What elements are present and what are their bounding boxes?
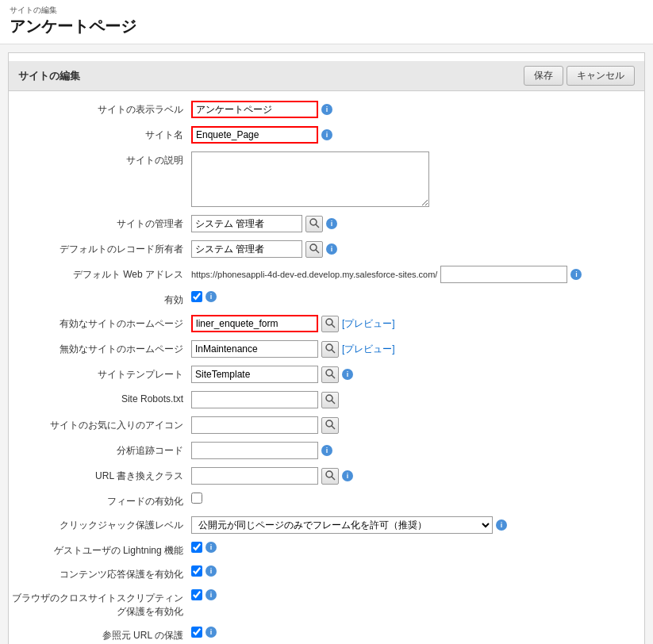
clickjack-select[interactable]: 公開元が同じページのみでフレーム化を許可（推奨） フレーム化を許可しない すべて… bbox=[191, 516, 493, 534]
svg-line-11 bbox=[332, 401, 335, 404]
description-row: サイトの説明 bbox=[9, 150, 644, 209]
display-label-value: i bbox=[191, 101, 644, 118]
breadcrumb: サイトの編集 bbox=[10, 5, 643, 16]
admin-label: サイトの管理者 bbox=[9, 215, 191, 231]
active-homepage-input[interactable] bbox=[191, 315, 318, 332]
url-rewriter-value: i bbox=[191, 467, 644, 485]
web-address-row: デフォルト Web アドレス https://phonesappli-4d-de… bbox=[9, 264, 644, 285]
site-name-info-icon[interactable]: i bbox=[321, 129, 332, 140]
save-button[interactable]: 保存 bbox=[524, 66, 563, 86]
favicon-input[interactable] bbox=[191, 416, 318, 434]
active-homepage-lookup-icon[interactable] bbox=[321, 316, 339, 332]
url-rewriter-lookup-icon[interactable] bbox=[321, 468, 339, 485]
robots-lookup-icon[interactable] bbox=[321, 392, 339, 408]
enabled-value: i bbox=[191, 291, 644, 302]
cancel-button[interactable]: キャンセル bbox=[567, 66, 635, 86]
active-homepage-preview-link[interactable]: [プレビュー] bbox=[342, 317, 395, 331]
analytics-input[interactable] bbox=[191, 442, 318, 459]
inactive-homepage-lookup-icon[interactable] bbox=[321, 341, 339, 358]
page-header: サイトの編集 アンケートページ bbox=[0, 0, 653, 44]
guest-lightning-checkbox[interactable] bbox=[191, 542, 202, 553]
feed-checkbox[interactable] bbox=[191, 493, 202, 504]
guest-lightning-label: ゲストユーザの Lightning 機能 bbox=[9, 542, 191, 558]
section-title: サイトの編集 bbox=[18, 69, 80, 83]
main-content: サイトの編集 保存 キャンセル サイトの表示ラベル i サイト名 i サイトの説… bbox=[8, 52, 645, 644]
xss-protection-value: i bbox=[191, 589, 644, 600]
site-template-lookup-icon[interactable] bbox=[321, 366, 339, 383]
clickjack-info-icon[interactable]: i bbox=[496, 519, 507, 531]
svg-line-9 bbox=[332, 375, 335, 378]
site-template-info-icon[interactable]: i bbox=[342, 369, 353, 380]
svg-line-13 bbox=[332, 426, 335, 429]
favicon-label: サイトのお気に入りのアイコン bbox=[9, 416, 191, 432]
xss-protection-info-icon[interactable]: i bbox=[206, 589, 217, 600]
admin-input[interactable] bbox=[191, 215, 302, 232]
enabled-info-icon[interactable]: i bbox=[206, 291, 217, 302]
header-buttons: 保存 キャンセル bbox=[524, 66, 635, 86]
form-body: サイトの表示ラベル i サイト名 i サイトの説明 サイトの管理者 bbox=[9, 91, 644, 644]
xss-protection-row: ブラウザのクロスサイトスクリプティング保護を有効化 i bbox=[9, 588, 644, 620]
web-address-input[interactable] bbox=[440, 266, 567, 283]
guest-lightning-value: i bbox=[191, 542, 644, 553]
content-response-value: i bbox=[191, 565, 644, 577]
record-owner-info-icon[interactable]: i bbox=[326, 243, 337, 255]
inactive-homepage-input[interactable] bbox=[191, 340, 318, 358]
content-response-info-icon[interactable]: i bbox=[206, 565, 217, 577]
feed-value bbox=[191, 493, 644, 504]
active-homepage-row: 有効なサイトのホームページ [プレビュー] bbox=[9, 313, 644, 334]
guest-lightning-info-icon[interactable]: i bbox=[206, 542, 217, 553]
content-response-label: コンテンツ応答保護を有効化 bbox=[9, 565, 191, 581]
record-owner-row: デフォルトのレコード所有者 i bbox=[9, 239, 644, 259]
referrer-value: i bbox=[191, 627, 644, 638]
description-value bbox=[191, 151, 644, 207]
web-address-info-icon[interactable]: i bbox=[570, 269, 582, 280]
robots-label: Site Robots.txt bbox=[9, 391, 191, 404]
inactive-homepage-value: [プレビュー] bbox=[191, 340, 644, 358]
web-address-label: デフォルト Web アドレス bbox=[9, 266, 191, 282]
record-owner-lookup-icon[interactable] bbox=[305, 241, 323, 258]
display-label-info-icon[interactable]: i bbox=[321, 104, 332, 115]
feed-label: フィードの有効化 bbox=[9, 493, 191, 508]
site-name-label: サイト名 bbox=[9, 126, 191, 142]
url-rewriter-input[interactable] bbox=[191, 467, 318, 485]
referrer-label: 参照元 URL の保護 bbox=[9, 627, 191, 642]
site-template-label: サイトテンプレート bbox=[9, 366, 191, 381]
description-label: サイトの説明 bbox=[9, 151, 191, 167]
page-title: アンケートページ bbox=[10, 16, 643, 37]
display-label-input[interactable] bbox=[191, 101, 318, 118]
referrer-checkbox[interactable] bbox=[191, 627, 202, 638]
url-prefix: https://phonesappli-4d-dev-ed.develop.my… bbox=[191, 270, 437, 279]
admin-info-icon[interactable]: i bbox=[326, 218, 337, 229]
url-rewriter-info-icon[interactable]: i bbox=[342, 470, 353, 481]
enabled-label: 有効 bbox=[9, 291, 191, 307]
svg-line-15 bbox=[332, 477, 335, 480]
svg-point-8 bbox=[326, 370, 332, 376]
admin-lookup-icon[interactable] bbox=[305, 216, 323, 232]
display-label-label: サイトの表示ラベル bbox=[9, 101, 191, 117]
svg-point-10 bbox=[326, 395, 332, 401]
xss-protection-label: ブラウザのクロスサイトスクリプティング保護を有効化 bbox=[9, 589, 191, 619]
clickjack-label: クリックジャック保護レベル bbox=[9, 516, 191, 532]
site-name-input[interactable] bbox=[191, 126, 318, 144]
web-address-value: https://phonesappli-4d-dev-ed.develop.my… bbox=[191, 266, 644, 283]
description-input[interactable] bbox=[191, 151, 429, 207]
enabled-checkbox[interactable] bbox=[191, 291, 202, 302]
url-rewriter-label: URL 書き換えクラス bbox=[9, 467, 191, 483]
site-template-value: i bbox=[191, 366, 644, 383]
display-label-row: サイトの表示ラベル i bbox=[9, 99, 644, 120]
site-template-row: サイトテンプレート i bbox=[9, 364, 644, 385]
record-owner-label: デフォルトのレコード所有者 bbox=[9, 240, 191, 256]
xss-protection-checkbox[interactable] bbox=[191, 589, 202, 600]
referrer-info-icon[interactable]: i bbox=[206, 627, 217, 638]
analytics-info-icon[interactable]: i bbox=[321, 445, 332, 456]
favicon-lookup-icon[interactable] bbox=[321, 417, 339, 434]
analytics-row: 分析追跡コード i bbox=[9, 440, 644, 461]
record-owner-input[interactable] bbox=[191, 240, 302, 258]
clickjack-row: クリックジャック保護レベル 公開元が同じページのみでフレーム化を許可（推奨） フ… bbox=[9, 515, 644, 535]
content-response-checkbox[interactable] bbox=[191, 565, 202, 577]
inactive-homepage-preview-link[interactable]: [プレビュー] bbox=[342, 343, 395, 356]
site-template-input[interactable] bbox=[191, 366, 318, 383]
robots-input[interactable] bbox=[191, 391, 318, 408]
inactive-homepage-label: 無効なサイトのホームページ bbox=[9, 340, 191, 356]
active-homepage-label: 有効なサイトのホームページ bbox=[9, 315, 191, 331]
